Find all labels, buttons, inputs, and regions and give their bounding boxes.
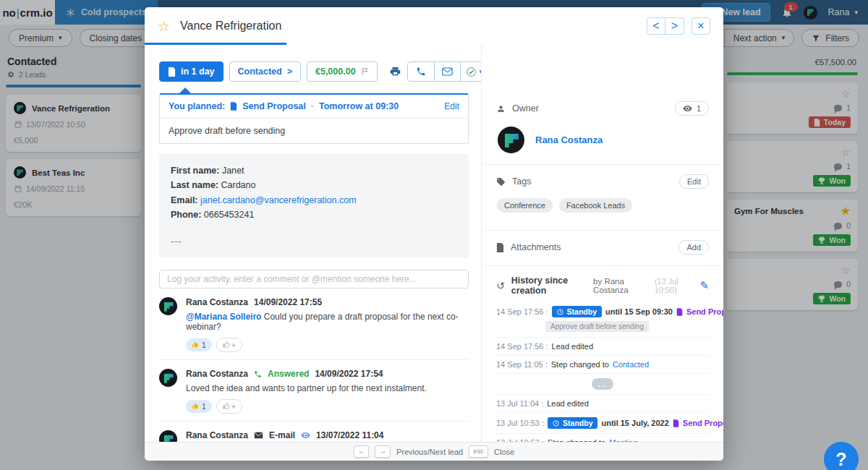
mention-link[interactable]: @Mariana Solleiro xyxy=(186,312,261,322)
edit-planned-link[interactable]: Edit xyxy=(444,101,459,111)
history-action-link[interactable]: Send Proposal xyxy=(673,419,723,427)
history-action-link[interactable]: Send Proposal xyxy=(676,307,723,316)
contact-info-box[interactable]: First name: Janet Last name: Cardano Ema… xyxy=(159,154,469,258)
history-list: 14 Sep 17:56 Standby until 15 Sep 09:30 … xyxy=(496,302,709,442)
comment-author: Rana Costanza xyxy=(186,297,248,307)
close-hint: Close xyxy=(494,448,514,456)
history-entry: 13 Jul 11:04Lead edited xyxy=(496,395,709,413)
add-reaction-button[interactable]: + xyxy=(216,399,242,414)
show-more-history-button[interactable]: ... xyxy=(592,378,613,390)
owner-label: Owner xyxy=(512,103,539,114)
email-link[interactable]: janet.cardano@vancerefrigeration.com xyxy=(200,195,357,205)
file-icon xyxy=(230,102,237,111)
left-arrow-key: ← xyxy=(354,445,370,457)
lead-detail-modal: ☆ Vance Refrigeration < > × in 1 day Con… xyxy=(145,7,723,461)
history-entry: 14 Sep 11:05Step changed toContacted xyxy=(496,356,709,374)
divider xyxy=(482,230,723,231)
avatar xyxy=(498,127,524,153)
comment: Rana Costanza14/09/2022 17:55 @Mariana S… xyxy=(159,289,469,360)
call-button[interactable] xyxy=(408,62,434,81)
avatar xyxy=(159,430,177,442)
modal-header: ☆ Vance Refrigeration < > × xyxy=(145,7,723,45)
planned-note: Approve draft before sending xyxy=(160,119,468,143)
divider xyxy=(482,265,723,266)
comment-time: 13/07/2022 11:04 xyxy=(316,430,383,440)
star-icon[interactable]: ☆ xyxy=(158,18,170,35)
comment-input[interactable] xyxy=(159,270,469,289)
avatar xyxy=(159,297,177,315)
add-attachment-button[interactable]: Add xyxy=(678,240,709,255)
chevron-right-icon: > xyxy=(287,67,292,77)
reaction-thumbsup[interactable]: 1 xyxy=(186,338,212,351)
watchers-pill[interactable]: 1 xyxy=(675,101,709,116)
add-reaction-button[interactable]: + xyxy=(216,338,242,352)
email-button[interactable] xyxy=(434,62,460,81)
reminder-button[interactable]: in 1 day xyxy=(159,61,224,82)
modal-footer: ← → Previous/Next lead esc Close xyxy=(145,442,723,461)
tag-chip[interactable]: Facebook Leads xyxy=(559,198,632,213)
edit-tags-button[interactable]: Edit xyxy=(679,174,709,189)
step-link[interactable]: Contacted xyxy=(613,360,649,369)
comment-author: Rana Costanza xyxy=(186,369,248,379)
history-entry: 14 Sep 17:56 Standby until 15 Sep 09:30 … xyxy=(496,302,709,338)
right-arrow-key: → xyxy=(375,445,391,457)
comment-time: 14/09/2022 17:55 xyxy=(254,297,322,307)
envelope-icon xyxy=(254,432,263,439)
comment-time: 14/09/2022 17:54 xyxy=(315,369,383,379)
tag-chip[interactable]: Conference xyxy=(497,198,553,213)
next-lead-button[interactable]: > xyxy=(665,17,684,35)
print-button[interactable] xyxy=(389,66,401,77)
amount-button[interactable]: €5,000.00 xyxy=(307,61,378,82)
lead-title: Vance Refrigeration xyxy=(180,20,281,33)
edit-history-icon[interactable]: ✎ xyxy=(699,279,709,292)
planned-label: You planned: xyxy=(169,101,225,111)
tag-icon xyxy=(496,177,506,187)
history-entry: 13 Jul 10:53 Standby until 15 July, 2022… xyxy=(496,413,709,434)
attachment-file-icon xyxy=(496,243,504,252)
channel-label: E-mail xyxy=(269,430,295,440)
prev-next-hint: Previous/Next lead xyxy=(396,448,463,456)
standby-badge: Standby xyxy=(548,417,597,429)
history-expand-row: ... xyxy=(496,374,709,395)
call-status: Answered xyxy=(268,369,309,379)
avatar xyxy=(159,369,177,387)
comment: Rana Costanza E-mail 13/07/2022 11:04 In… xyxy=(159,422,469,442)
modal-sidebar: Owner 1 Rana Costanza Tags Edit Conferen… xyxy=(481,45,723,442)
divider xyxy=(482,164,723,165)
flag-icon xyxy=(361,67,369,76)
history-entry: 14 Sep 17:56Lead edited xyxy=(496,338,709,356)
standby-badge: Standby xyxy=(552,306,602,317)
tags-label: Tags xyxy=(512,176,531,187)
close-icon[interactable]: × xyxy=(692,17,710,35)
esc-key: esc xyxy=(469,445,488,457)
phone-icon xyxy=(254,370,262,378)
history-note: Approve draft before sending xyxy=(545,321,649,332)
owner-name-link[interactable]: Rana Costanza xyxy=(535,134,603,145)
contact-actions-group: ▾ xyxy=(407,61,481,82)
comment-author: Rana Costanza xyxy=(186,430,248,440)
file-icon xyxy=(168,67,176,77)
comment: Rana Costanza Answered 14/09/2022 17:54 … xyxy=(159,360,469,422)
step-button[interactable]: Contacted > xyxy=(229,61,301,82)
history-icon: ↺ xyxy=(496,280,505,291)
modal-main: in 1 day Contacted > €5,000.00 ▾ xyxy=(145,45,481,442)
mark-done-dropdown[interactable]: ▾ xyxy=(460,62,481,81)
eye-icon xyxy=(301,432,310,439)
previous-lead-button[interactable]: < xyxy=(647,17,665,35)
reaction-clap[interactable]: 1 xyxy=(186,400,212,413)
planned-when[interactable]: Tomorrow at 09:30 xyxy=(319,101,399,111)
attachments-label: Attachments xyxy=(511,242,561,252)
person-icon xyxy=(496,104,506,114)
planned-action[interactable]: Send Proposal xyxy=(242,101,306,111)
history-entry: 13 Jul 10:53Step changed toMeeting xyxy=(496,434,709,442)
planned-action-panel: You planned: Send Proposal · Tomorrow at… xyxy=(159,93,469,144)
